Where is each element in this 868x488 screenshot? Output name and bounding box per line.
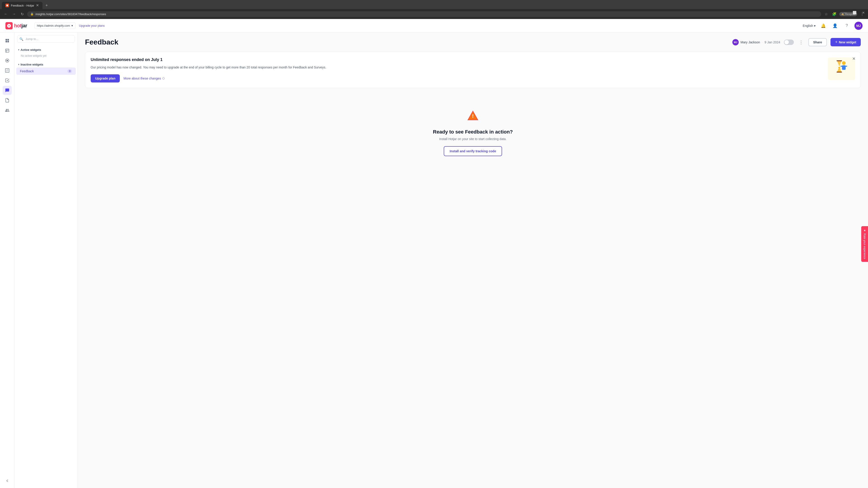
maximize-button[interactable]: ⬜	[850, 9, 859, 16]
new-widget-button[interactable]: + New widget	[831, 38, 861, 46]
left-nav	[0, 33, 14, 488]
empty-state-subtitle: Install Hotjar on your site to start col…	[439, 137, 506, 141]
nav-collapse[interactable]	[3, 476, 12, 485]
svg-rect-13	[7, 71, 8, 71]
svg-rect-18	[845, 66, 847, 67]
svg-rect-1	[7, 39, 9, 41]
tab-favicon	[5, 4, 9, 7]
new-widget-label: New widget	[839, 40, 856, 44]
nav-dashboard[interactable]	[3, 36, 12, 45]
browser-tab-bar: Feedback - Hotjar ✕ +	[0, 0, 868, 9]
feedback-item-label: Feedback	[20, 69, 34, 73]
rate-icon: ★	[863, 229, 866, 232]
search-input[interactable]	[17, 35, 75, 43]
nav-integrations[interactable]	[3, 96, 12, 105]
svg-point-15	[842, 61, 846, 65]
svg-point-8	[6, 60, 8, 61]
address-bar[interactable]: 🔒 insights.hotjar.com/sites/3818347/feed…	[27, 11, 821, 17]
user-dot: MJ	[733, 39, 739, 45]
nav-team[interactable]	[3, 106, 12, 115]
user-avatar[interactable]: MJ	[855, 22, 863, 30]
rate-label: Rate your experience	[863, 233, 866, 259]
main-layout: 🔍 ▾ Active widgets No active widgets yet…	[0, 33, 868, 488]
separator: ·	[762, 40, 763, 44]
minimize-button[interactable]: —	[841, 9, 850, 16]
app-topbar: hotjar https://admin.shopify.com ▾ Upgra…	[0, 19, 868, 33]
nav-surveys[interactable]	[3, 76, 12, 85]
inactive-section-header[interactable]: ▾ Inactive widgets	[18, 63, 74, 66]
more-options-button[interactable]: ⋮	[798, 39, 805, 46]
svg-text:!: !	[472, 113, 473, 119]
search-box: 🔍	[17, 35, 75, 43]
search-icon: 🔍	[20, 37, 23, 41]
user-name: Mary Jackson	[741, 40, 760, 44]
empty-state-title: Ready to see Feedback in action?	[433, 129, 513, 135]
bookmark-button[interactable]: ☆	[823, 11, 829, 17]
nav-feedback[interactable]	[3, 86, 12, 95]
invite-button[interactable]: 👤	[831, 22, 839, 30]
svg-rect-14	[833, 59, 850, 79]
tab-close-button[interactable]: ✕	[36, 4, 39, 7]
svg-rect-3	[7, 41, 9, 42]
svg-rect-2	[5, 41, 7, 42]
active-empty-message: No active widgets yet	[14, 53, 78, 60]
tab-title: Feedback - Hotjar	[11, 4, 34, 7]
upgrade-plan-button[interactable]: Upgrade plan	[91, 74, 120, 83]
notifications-button[interactable]: 🔔	[819, 22, 827, 30]
empty-state: ! Ready to see Feedback in action? Insta…	[85, 95, 861, 170]
close-window-button[interactable]: ✕	[859, 9, 868, 16]
active-section-label: Active widgets	[21, 48, 41, 52]
header-date: 9 Jan 2024	[765, 40, 780, 44]
close-alert-button[interactable]: ✕	[850, 56, 857, 62]
forward-button[interactable]: →	[11, 11, 17, 17]
language-selector[interactable]: English ▾	[803, 24, 815, 28]
lock-icon: 🔒	[30, 12, 34, 15]
share-button[interactable]: Share	[808, 38, 827, 46]
svg-rect-9	[5, 69, 9, 72]
feedback-count-badge: 0	[67, 69, 72, 73]
more-changes-link[interactable]: More about these changes ⬡	[123, 76, 164, 80]
alert-content: Unlimited responses ended on July 1 Our …	[91, 57, 823, 83]
back-button[interactable]: ←	[3, 11, 9, 17]
url-text: insights.hotjar.com/sites/3818347/feedba…	[35, 12, 106, 16]
feedback-nav-item[interactable]: Feedback 0	[16, 68, 76, 75]
hotjar-logo[interactable]: hotjar	[5, 22, 27, 29]
alert-illustration	[828, 57, 855, 80]
reload-button[interactable]: ↻	[19, 11, 25, 17]
svg-rect-17	[840, 66, 843, 67]
site-selector-chevron: ▾	[71, 24, 73, 27]
active-toggle[interactable]	[784, 39, 794, 45]
language-chevron: ▾	[814, 24, 815, 28]
upgrade-link[interactable]: Upgrade your plans	[79, 24, 105, 27]
plus-icon: +	[835, 40, 837, 44]
inactive-section-label: Inactive widgets	[21, 63, 43, 66]
toggle-thumb	[784, 40, 789, 44]
language-label: English	[803, 24, 813, 28]
svg-rect-0	[5, 39, 7, 41]
site-selector[interactable]: https://admin.shopify.com ▾	[34, 22, 75, 29]
alert-title: Unlimited responses ended on July 1	[91, 57, 823, 62]
active-section-header[interactable]: ▾ Active widgets	[18, 48, 74, 52]
main-content: Feedback MJ Mary Jackson · 9 Jan 2024 ⋮ …	[78, 33, 868, 488]
nav-heatmaps[interactable]	[3, 66, 12, 75]
svg-rect-20	[837, 72, 842, 72]
hotjar-wordmark: hotjar	[14, 23, 27, 29]
inactive-section-toggle: ▾	[18, 63, 19, 66]
page-title: Feedback	[85, 38, 119, 46]
page-header: Feedback MJ Mary Jackson · 9 Jan 2024 ⋮ …	[85, 38, 861, 46]
alert-text: Our pricing model has now changed. You m…	[91, 65, 823, 70]
new-tab-button[interactable]: +	[43, 2, 50, 8]
help-button[interactable]: ?	[843, 22, 851, 30]
inactive-widgets-section: ▾ Inactive widgets	[14, 60, 78, 67]
nav-recordings[interactable]	[3, 56, 12, 65]
install-tracking-button[interactable]: Install and verify tracking code	[444, 146, 502, 156]
site-url-text: https://admin.shopify.com	[37, 24, 70, 27]
svg-rect-4	[5, 49, 9, 53]
active-tab[interactable]: Feedback - Hotjar ✕	[2, 2, 42, 9]
rate-experience-sidebar[interactable]: ★ Rate your experience	[861, 226, 868, 262]
nav-widgets[interactable]	[3, 46, 12, 55]
extensions-button[interactable]: 🧩	[831, 11, 837, 17]
active-section-toggle: ▾	[18, 48, 19, 51]
alert-actions: Upgrade plan More about these changes ⬡	[91, 74, 823, 83]
svg-rect-10	[6, 70, 7, 70]
